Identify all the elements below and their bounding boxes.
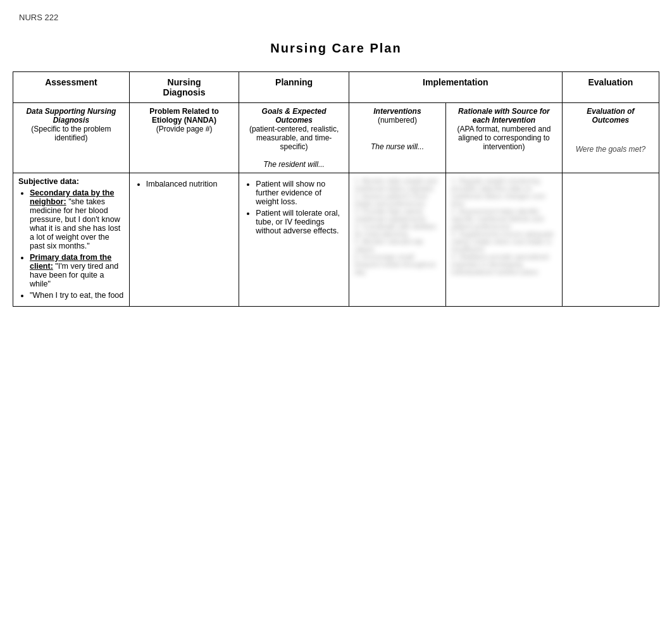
cell-nursing: Imbalanced nutrition bbox=[129, 173, 239, 307]
interventions-blurred-content: 1. Monitor daily weight and nutritional … bbox=[354, 177, 440, 276]
nursing-list: Imbalanced nutrition bbox=[135, 180, 234, 188]
header-nursing-line2: Diagnosis bbox=[163, 87, 206, 97]
cell-rationale: 1. Regular weight monitoring provides ob… bbox=[446, 173, 563, 307]
subheader-planning-title: Goals & Expected Outcomes bbox=[244, 107, 344, 125]
assessment-list: Secondary data by the neighbor: "she tak… bbox=[18, 188, 124, 300]
subheader-rationale-note: (APA format, numbered and aligned to cor… bbox=[451, 125, 557, 151]
table-container: Assessment Nursing Diagnosis Planning Im… bbox=[13, 71, 659, 307]
subheader-planning: Goals & Expected Outcomes (patient-cente… bbox=[239, 103, 349, 173]
course-code: NURS 222 bbox=[19, 13, 58, 22]
assessment-item-1: Secondary data by the neighbor: "she tak… bbox=[30, 188, 124, 250]
subheader-nursing: Problem Related to Etiology (NANDA) (Pro… bbox=[129, 103, 239, 173]
header-assessment: Assessment bbox=[13, 72, 130, 103]
nursing-diagnosis-text: Imbalanced nutrition bbox=[146, 180, 218, 188]
subheader-evaluation: Evaluation of Outcomes Were the goals me… bbox=[562, 103, 659, 173]
planning-item-1: Patient will show no further evidence of… bbox=[256, 180, 344, 206]
rationale-blurred-content: 1. Regular weight monitoring provides ob… bbox=[451, 177, 557, 276]
planning-goal-1: Patient will show no further evidence of… bbox=[256, 180, 325, 206]
subheader-nursing-title: Problem Related to Etiology (NANDA) bbox=[135, 107, 234, 125]
data-row-1: Subjective data: Secondary data by the n… bbox=[13, 173, 659, 307]
subjective-label: Subjective data: bbox=[18, 177, 79, 186]
cell-interventions: 1. Monitor daily weight and nutritional … bbox=[349, 173, 445, 307]
subheader-evaluation-note: Were the goals met? bbox=[568, 145, 654, 154]
header-evaluation: Evaluation bbox=[562, 72, 659, 103]
main-header-row: Assessment Nursing Diagnosis Planning Im… bbox=[13, 72, 659, 103]
cell-planning: Patient will show no further evidence of… bbox=[239, 173, 349, 307]
subheader-assessment: Data Supporting Nursing Diagnosis (Speci… bbox=[13, 103, 130, 173]
page-header: NURS 222 bbox=[0, 0, 672, 28]
assessment-item-2: Primary data from the client: "I'm very … bbox=[30, 253, 124, 288]
subheader-row: Data Supporting Nursing Diagnosis (Speci… bbox=[13, 103, 659, 173]
subheader-interventions-note: (numbered) bbox=[354, 116, 440, 125]
subheader-assessment-note: (Specific to the problem identified) bbox=[18, 125, 124, 142]
subheader-rationale: Rationale with Source for each Intervent… bbox=[446, 103, 563, 173]
subheader-planning-note: (patient-centered, realistic, measurable… bbox=[244, 125, 344, 151]
subheader-assessment-title: Data Supporting Nursing Diagnosis bbox=[18, 107, 124, 125]
assessment-item-3-text: "When I try to eat, the food bbox=[30, 291, 123, 300]
planning-goal-2: Patient will tolerate oral, tube, or IV … bbox=[256, 209, 340, 235]
cell-evaluation bbox=[562, 173, 659, 307]
evaluation-blurred-content bbox=[568, 177, 654, 185]
nursing-care-plan-table: Assessment Nursing Diagnosis Planning Im… bbox=[13, 71, 659, 307]
cell-assessment: Subjective data: Secondary data by the n… bbox=[13, 173, 130, 307]
header-nursing: Nursing Diagnosis bbox=[129, 72, 239, 103]
planning-item-2: Patient will tolerate oral, tube, or IV … bbox=[256, 209, 344, 235]
page-title: Nursing Care Plan bbox=[0, 28, 672, 71]
subheader-interventions-title: Interventions bbox=[354, 107, 440, 116]
nursing-item-1: Imbalanced nutrition bbox=[146, 180, 234, 188]
subheader-interventions: Interventions (numbered) The nurse will.… bbox=[349, 103, 445, 173]
header-implementation: Implementation bbox=[349, 72, 562, 103]
planning-list: Patient will show no further evidence of… bbox=[244, 180, 344, 235]
header-nursing-line1: Nursing bbox=[168, 77, 201, 87]
subheader-rationale-title: Rationale with Source for each Intervent… bbox=[451, 107, 557, 125]
subheader-planning-resident: The resident will... bbox=[244, 160, 344, 169]
subheader-nursing-note: (Provide page #) bbox=[135, 125, 234, 133]
header-planning: Planning bbox=[239, 72, 349, 103]
subheader-evaluation-title: Evaluation of Outcomes bbox=[568, 107, 654, 125]
subheader-interventions-nurse: The nurse will... bbox=[354, 142, 440, 151]
assessment-item-3: "When I try to eat, the food bbox=[30, 291, 124, 300]
